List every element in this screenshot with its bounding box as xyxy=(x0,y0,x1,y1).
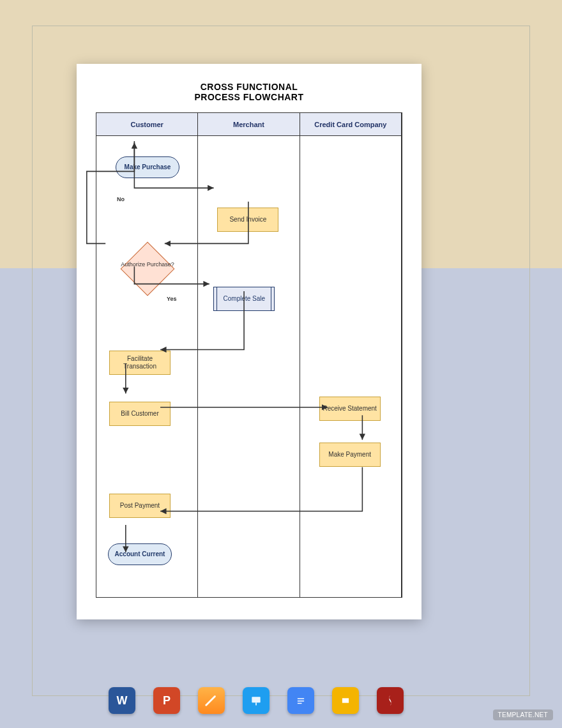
document-preview: CROSS FUNCTIONAL PROCESS FLOWCHART Custo… xyxy=(77,64,422,619)
connector-arrows xyxy=(77,64,422,619)
powerpoint-icon[interactable]: P xyxy=(153,687,180,714)
word-icon[interactable]: W xyxy=(109,687,135,714)
watermark: TEMPLATE.NET xyxy=(493,709,553,720)
google-docs-icon[interactable] xyxy=(287,687,314,714)
format-icons-row: W P xyxy=(109,687,404,714)
svg-rect-9 xyxy=(298,703,302,704)
keynote-icon[interactable] xyxy=(243,687,270,714)
google-slides-icon[interactable] xyxy=(332,687,359,714)
svg-rect-11 xyxy=(342,698,349,702)
pdf-icon[interactable] xyxy=(377,687,404,714)
svg-rect-4 xyxy=(252,697,260,702)
svg-rect-7 xyxy=(298,698,304,699)
svg-rect-8 xyxy=(298,701,304,701)
swimlanes: Customer Make Purchase Authorize Purchas… xyxy=(96,112,402,598)
pages-icon[interactable] xyxy=(198,687,225,714)
